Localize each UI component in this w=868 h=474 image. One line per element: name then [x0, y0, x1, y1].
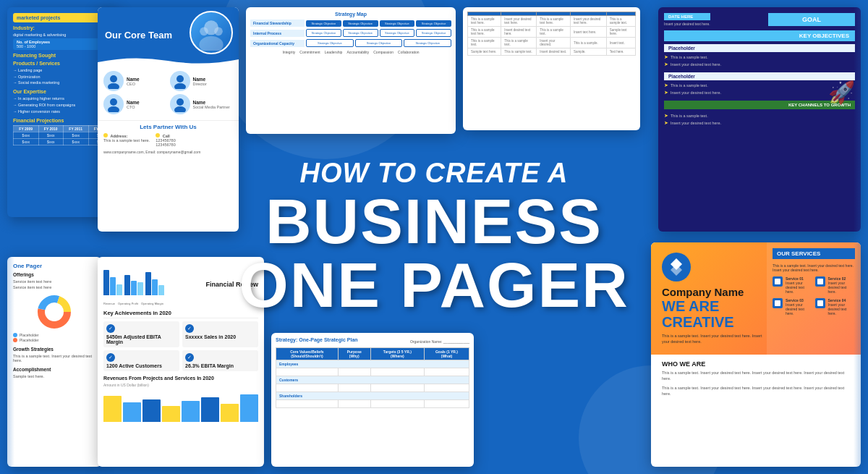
address-dot-icon	[103, 133, 108, 137]
fy-col-2: FY 2010	[38, 125, 64, 132]
email-text: Email: companyname@gmail.com	[145, 150, 200, 154]
legend-item-1: Placeholder	[13, 333, 95, 337]
placeholder-item-2: ➤ Insert your desired text here.	[664, 61, 855, 68]
section-label-shareholders: Shareholders	[276, 392, 469, 400]
growth-text: This is a sample text. Insert your desir…	[13, 353, 95, 363]
achievement-icon-3: ✓	[106, 353, 115, 362]
rev-bar-8	[240, 394, 258, 422]
svg-rect-18	[817, 279, 823, 284]
svg-point-10	[176, 98, 184, 106]
service-icon-1	[773, 276, 783, 287]
bar-op-margin	[137, 282, 143, 295]
member-avatar-2	[170, 71, 190, 91]
plan-cell	[370, 400, 424, 408]
plan-cell	[425, 368, 469, 376]
org-capacity-label: Organizational Capacity	[250, 40, 305, 47]
bar-label-margin: Operating Margin	[141, 302, 163, 305]
our-services-label: OUR SERVICES	[773, 248, 855, 259]
table-cell: This is sample text.	[501, 48, 537, 56]
svg-point-5	[108, 83, 119, 89]
team-header: Our Core Team	[98, 7, 239, 65]
offerings-label: Offerings	[13, 272, 95, 277]
service-text-2: Service 02Insert your desired text here.	[828, 276, 856, 294]
team-member-1: Name CEO	[103, 71, 167, 91]
strategy-map-title: Strategy Map	[250, 12, 451, 17]
employees-range: 500 - 1000	[17, 44, 35, 48]
strategic-obj-outline-box: Strategic Objective	[343, 29, 378, 37]
bar-op-margin	[116, 284, 122, 295]
member-name-1: Name	[127, 77, 140, 82]
accomplishment-text: Sample text here.	[13, 373, 95, 379]
plan-col-4: Goals (1 YR.)(What)	[425, 348, 469, 360]
bar-op-profit	[131, 281, 137, 295]
plan-cell	[338, 384, 370, 392]
strategy-row-2: Internal Process Strategic Objective Str…	[250, 29, 451, 37]
table-cell: This is a sample text.	[537, 27, 571, 38]
goal-badge: GOAL	[768, 13, 855, 26]
data-table: This is a sample text here. Insert your …	[467, 12, 636, 56]
bar-revenue	[124, 275, 130, 295]
offerings-section: Offerings Service item text here Service…	[13, 272, 95, 290]
service-icon-svg	[774, 278, 781, 285]
service-text-4: Service 04Insert your desired text here.	[828, 298, 856, 316]
strategic-obj-outline-box: Strategic Objective	[380, 29, 415, 37]
objectives-header: DATE HERE Insert your desired text here.…	[664, 13, 855, 26]
arrow-icon: ➤	[664, 54, 668, 60]
center-title-block: HOW TO CREATE A BUSINESS ONE PAGER	[231, 157, 637, 318]
placeholder-block-2: Placeholder ➤ This is a sample text. ➤ I…	[664, 72, 855, 96]
service-item-1: Service 01Insert your desired text here.	[773, 276, 813, 294]
bar-revenue	[103, 270, 109, 295]
who-we-are-desc-2: This is a sample text. Insert your desir…	[662, 385, 850, 397]
person-icon	[106, 96, 122, 112]
title-line3: ONE PAGER	[231, 253, 637, 317]
strategy-map-card: Strategy Map Financial Stewardship Strat…	[246, 7, 456, 134]
service-icon-svg	[817, 300, 824, 307]
org-label: Organization Name:	[410, 339, 442, 344]
accomplishment-label: Accomplishment	[13, 367, 95, 372]
objectives-card: DATE HERE Insert your desired text here.…	[658, 7, 861, 232]
offering-item: Service item text here	[13, 279, 95, 284]
placeholder-title-1: Placeholder	[664, 44, 855, 52]
service-icon-svg	[774, 300, 781, 307]
services-desc: This is a sample text. Insert your desir…	[773, 263, 855, 272]
we-are-creative-text: WE ARE CREATIVE	[662, 298, 770, 330]
team-members-grid: Name CEO Name Director	[98, 65, 239, 120]
service-item-3: Service 03Insert your desired text here.	[773, 298, 813, 316]
legend-item-2: Placeholder	[13, 338, 95, 342]
strategy-row-1: Financial Stewardship Strategic Objectiv…	[250, 20, 451, 27]
table-cell: Insert desired text here.	[501, 27, 537, 38]
member-name-3: Name	[127, 100, 140, 105]
value-item: Accountability	[346, 50, 369, 54]
table-row: Sample text here. This is sample text. I…	[468, 48, 636, 56]
svg-point-7	[174, 83, 186, 89]
achievements-grid: ✓ $450m Adjusted EBITA Margin ✓ Sxxxxx S…	[103, 321, 258, 371]
fy-col-3: FY 2011	[64, 125, 89, 132]
company-left-content: Company Name WE ARE CREATIVE This is a s…	[662, 253, 770, 345]
plan-header-row: Core Values/Beliefs(Should/Shouldn't) Pu…	[276, 348, 469, 360]
bar-group-1	[103, 270, 122, 295]
accomplishment-section: Accomplishment Sample text here.	[13, 367, 95, 379]
strategy-boxes-1: Strategic Objective Strategic Objective …	[306, 20, 451, 27]
services-section: OUR SERVICES This is a sample text. Inse…	[767, 242, 861, 355]
service-icon-4	[815, 298, 825, 308]
bar-op-profit	[152, 279, 158, 295]
org-name-label: Organization Name: _____________	[410, 339, 469, 344]
strategy-grid: Financial Stewardship Strategic Objectiv…	[250, 20, 451, 47]
plan-cell	[338, 400, 370, 408]
placeholder-text-2: Insert your desired text here.	[671, 62, 721, 67]
achievement-2: ✓ Sxxxxx Sales in 2020	[182, 321, 258, 347]
plan-cell	[370, 384, 424, 392]
svg-rect-20	[817, 300, 823, 306]
service-icon-3	[773, 298, 783, 308]
plan-col-2: Purpose(Why)	[338, 348, 370, 360]
placeholder-item-3: ➤ This is a sample text.	[664, 82, 855, 89]
arrow-icon: ➤	[664, 113, 668, 119]
strategic-obj-box: Strategic Objective	[416, 20, 451, 27]
member-avatar-1	[103, 71, 124, 91]
arrow-icon: ➤	[664, 62, 668, 67]
table-cell: This is a sample text here.	[468, 16, 501, 27]
fy-cell: $xxx	[64, 132, 89, 138]
placeholder-item-4: ➤ Insert your desired text here.	[664, 89, 855, 96]
bar-labels: Revenue Operating Profit Operating Margi…	[103, 302, 164, 305]
strategic-obj-outline-box: Strategic Objective	[404, 39, 451, 47]
